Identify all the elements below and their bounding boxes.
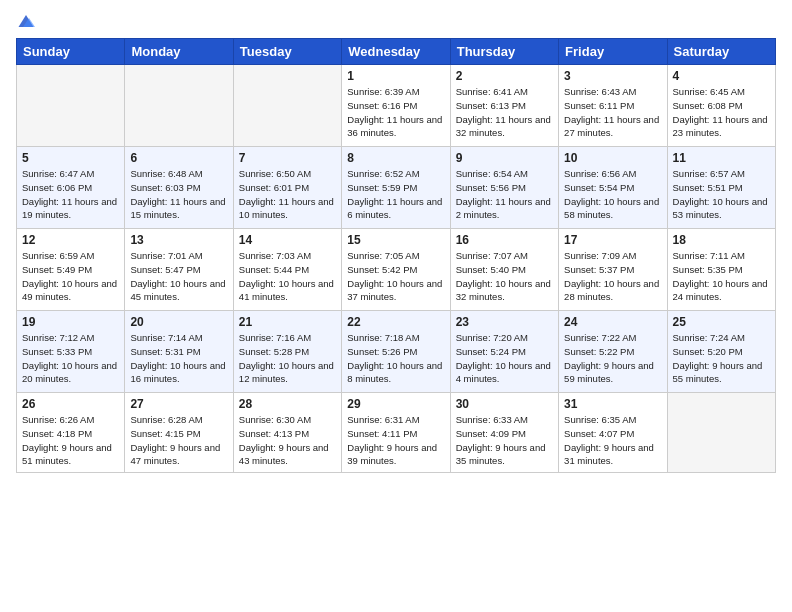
day-header-tuesday: Tuesday <box>233 39 341 65</box>
calendar-cell: 16Sunrise: 7:07 AMSunset: 5:40 PMDayligh… <box>450 229 558 311</box>
day-header-monday: Monday <box>125 39 233 65</box>
day-info: Sunrise: 7:16 AMSunset: 5:28 PMDaylight:… <box>239 331 336 386</box>
day-number: 11 <box>673 151 770 165</box>
day-info: Sunrise: 7:01 AMSunset: 5:47 PMDaylight:… <box>130 249 227 304</box>
day-info: Sunrise: 6:28 AMSunset: 4:15 PMDaylight:… <box>130 413 227 468</box>
day-number: 2 <box>456 69 553 83</box>
calendar-cell <box>233 65 341 147</box>
calendar-cell: 4Sunrise: 6:45 AMSunset: 6:08 PMDaylight… <box>667 65 775 147</box>
day-number: 31 <box>564 397 661 411</box>
day-number: 27 <box>130 397 227 411</box>
day-info: Sunrise: 7:12 AMSunset: 5:33 PMDaylight:… <box>22 331 119 386</box>
day-info: Sunrise: 7:20 AMSunset: 5:24 PMDaylight:… <box>456 331 553 386</box>
day-number: 15 <box>347 233 444 247</box>
day-info: Sunrise: 6:50 AMSunset: 6:01 PMDaylight:… <box>239 167 336 222</box>
calendar-cell: 6Sunrise: 6:48 AMSunset: 6:03 PMDaylight… <box>125 147 233 229</box>
day-header-sunday: Sunday <box>17 39 125 65</box>
calendar-cell <box>667 393 775 473</box>
day-number: 28 <box>239 397 336 411</box>
day-number: 13 <box>130 233 227 247</box>
day-number: 22 <box>347 315 444 329</box>
logo <box>16 12 35 30</box>
day-info: Sunrise: 6:59 AMSunset: 5:49 PMDaylight:… <box>22 249 119 304</box>
calendar-cell: 23Sunrise: 7:20 AMSunset: 5:24 PMDayligh… <box>450 311 558 393</box>
day-number: 5 <box>22 151 119 165</box>
day-number: 19 <box>22 315 119 329</box>
day-info: Sunrise: 7:22 AMSunset: 5:22 PMDaylight:… <box>564 331 661 386</box>
day-info: Sunrise: 6:35 AMSunset: 4:07 PMDaylight:… <box>564 413 661 468</box>
day-info: Sunrise: 6:30 AMSunset: 4:13 PMDaylight:… <box>239 413 336 468</box>
calendar-cell: 19Sunrise: 7:12 AMSunset: 5:33 PMDayligh… <box>17 311 125 393</box>
day-number: 10 <box>564 151 661 165</box>
week-row-2: 5Sunrise: 6:47 AMSunset: 6:06 PMDaylight… <box>17 147 776 229</box>
day-number: 4 <box>673 69 770 83</box>
day-number: 1 <box>347 69 444 83</box>
page-container: SundayMondayTuesdayWednesdayThursdayFrid… <box>0 0 792 612</box>
day-header-saturday: Saturday <box>667 39 775 65</box>
calendar-cell: 1Sunrise: 6:39 AMSunset: 6:16 PMDaylight… <box>342 65 450 147</box>
day-number: 7 <box>239 151 336 165</box>
day-number: 17 <box>564 233 661 247</box>
calendar-cell: 25Sunrise: 7:24 AMSunset: 5:20 PMDayligh… <box>667 311 775 393</box>
day-number: 3 <box>564 69 661 83</box>
calendar-cell: 7Sunrise: 6:50 AMSunset: 6:01 PMDaylight… <box>233 147 341 229</box>
calendar-cell: 31Sunrise: 6:35 AMSunset: 4:07 PMDayligh… <box>559 393 667 473</box>
day-number: 30 <box>456 397 553 411</box>
calendar-cell: 13Sunrise: 7:01 AMSunset: 5:47 PMDayligh… <box>125 229 233 311</box>
week-row-5: 26Sunrise: 6:26 AMSunset: 4:18 PMDayligh… <box>17 393 776 473</box>
day-number: 12 <box>22 233 119 247</box>
calendar-cell: 17Sunrise: 7:09 AMSunset: 5:37 PMDayligh… <box>559 229 667 311</box>
day-info: Sunrise: 7:18 AMSunset: 5:26 PMDaylight:… <box>347 331 444 386</box>
calendar-cell <box>125 65 233 147</box>
calendar-cell: 5Sunrise: 6:47 AMSunset: 6:06 PMDaylight… <box>17 147 125 229</box>
day-info: Sunrise: 7:07 AMSunset: 5:40 PMDaylight:… <box>456 249 553 304</box>
week-row-4: 19Sunrise: 7:12 AMSunset: 5:33 PMDayligh… <box>17 311 776 393</box>
calendar-cell: 24Sunrise: 7:22 AMSunset: 5:22 PMDayligh… <box>559 311 667 393</box>
day-info: Sunrise: 6:48 AMSunset: 6:03 PMDaylight:… <box>130 167 227 222</box>
day-info: Sunrise: 7:14 AMSunset: 5:31 PMDaylight:… <box>130 331 227 386</box>
day-info: Sunrise: 7:03 AMSunset: 5:44 PMDaylight:… <box>239 249 336 304</box>
day-info: Sunrise: 6:43 AMSunset: 6:11 PMDaylight:… <box>564 85 661 140</box>
day-number: 6 <box>130 151 227 165</box>
calendar-cell: 18Sunrise: 7:11 AMSunset: 5:35 PMDayligh… <box>667 229 775 311</box>
day-number: 16 <box>456 233 553 247</box>
day-number: 21 <box>239 315 336 329</box>
day-number: 24 <box>564 315 661 329</box>
day-info: Sunrise: 7:09 AMSunset: 5:37 PMDaylight:… <box>564 249 661 304</box>
calendar-cell: 9Sunrise: 6:54 AMSunset: 5:56 PMDaylight… <box>450 147 558 229</box>
calendar-cell: 29Sunrise: 6:31 AMSunset: 4:11 PMDayligh… <box>342 393 450 473</box>
day-info: Sunrise: 6:52 AMSunset: 5:59 PMDaylight:… <box>347 167 444 222</box>
calendar-cell: 3Sunrise: 6:43 AMSunset: 6:11 PMDaylight… <box>559 65 667 147</box>
logo-icon <box>17 12 35 30</box>
day-info: Sunrise: 6:33 AMSunset: 4:09 PMDaylight:… <box>456 413 553 468</box>
calendar-cell: 12Sunrise: 6:59 AMSunset: 5:49 PMDayligh… <box>17 229 125 311</box>
calendar-cell <box>17 65 125 147</box>
calendar-cell: 10Sunrise: 6:56 AMSunset: 5:54 PMDayligh… <box>559 147 667 229</box>
week-row-1: 1Sunrise: 6:39 AMSunset: 6:16 PMDaylight… <box>17 65 776 147</box>
day-header-thursday: Thursday <box>450 39 558 65</box>
day-number: 23 <box>456 315 553 329</box>
calendar-cell: 14Sunrise: 7:03 AMSunset: 5:44 PMDayligh… <box>233 229 341 311</box>
day-info: Sunrise: 6:57 AMSunset: 5:51 PMDaylight:… <box>673 167 770 222</box>
calendar-cell: 8Sunrise: 6:52 AMSunset: 5:59 PMDaylight… <box>342 147 450 229</box>
day-header-wednesday: Wednesday <box>342 39 450 65</box>
day-info: Sunrise: 6:31 AMSunset: 4:11 PMDaylight:… <box>347 413 444 468</box>
day-header-friday: Friday <box>559 39 667 65</box>
calendar-cell: 28Sunrise: 6:30 AMSunset: 4:13 PMDayligh… <box>233 393 341 473</box>
day-number: 20 <box>130 315 227 329</box>
calendar-cell: 30Sunrise: 6:33 AMSunset: 4:09 PMDayligh… <box>450 393 558 473</box>
calendar-cell: 22Sunrise: 7:18 AMSunset: 5:26 PMDayligh… <box>342 311 450 393</box>
day-info: Sunrise: 6:45 AMSunset: 6:08 PMDaylight:… <box>673 85 770 140</box>
day-info: Sunrise: 6:41 AMSunset: 6:13 PMDaylight:… <box>456 85 553 140</box>
day-number: 18 <box>673 233 770 247</box>
day-number: 29 <box>347 397 444 411</box>
calendar-cell: 26Sunrise: 6:26 AMSunset: 4:18 PMDayligh… <box>17 393 125 473</box>
day-info: Sunrise: 7:11 AMSunset: 5:35 PMDaylight:… <box>673 249 770 304</box>
day-number: 8 <box>347 151 444 165</box>
calendar-cell: 2Sunrise: 6:41 AMSunset: 6:13 PMDaylight… <box>450 65 558 147</box>
header <box>16 12 776 30</box>
header-row: SundayMondayTuesdayWednesdayThursdayFrid… <box>17 39 776 65</box>
day-info: Sunrise: 6:56 AMSunset: 5:54 PMDaylight:… <box>564 167 661 222</box>
calendar-cell: 20Sunrise: 7:14 AMSunset: 5:31 PMDayligh… <box>125 311 233 393</box>
week-row-3: 12Sunrise: 6:59 AMSunset: 5:49 PMDayligh… <box>17 229 776 311</box>
